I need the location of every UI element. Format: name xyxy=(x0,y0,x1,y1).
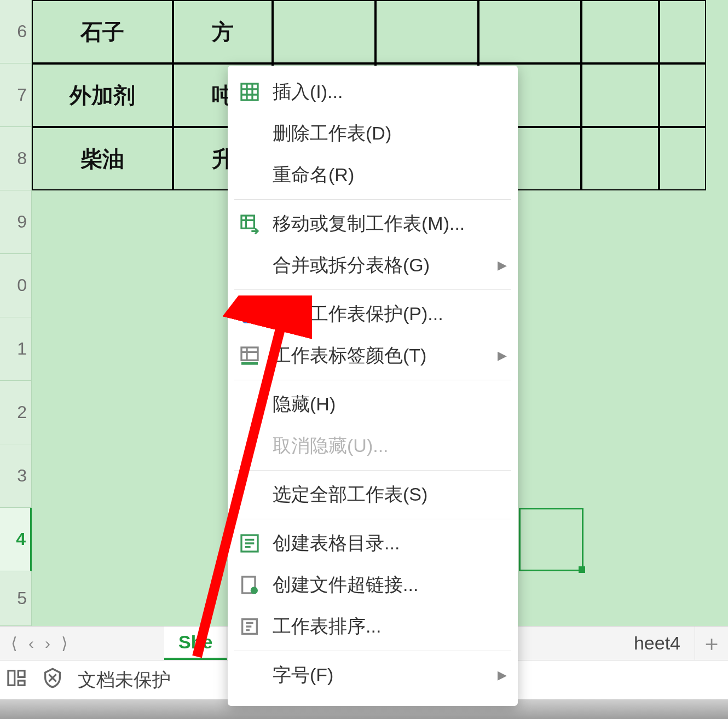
tab-nav-next-icon[interactable]: › xyxy=(45,634,50,653)
cell-f6[interactable] xyxy=(581,0,659,63)
menu-label: 合并或拆分表格(G) xyxy=(273,253,487,278)
menu-delete-sheet[interactable]: 删除工作表(D) xyxy=(228,113,518,154)
menu-move-copy[interactable]: 移动或复制工作表(M)... xyxy=(228,203,518,245)
row-header-10[interactable]: 0 xyxy=(0,254,32,317)
menu-separator xyxy=(234,651,511,651)
cell-d6[interactable] xyxy=(375,0,478,63)
menu-hide[interactable]: 隐藏(H) xyxy=(228,384,518,425)
lock-icon xyxy=(238,302,262,326)
status-text: 文档未保护 xyxy=(78,668,171,693)
menu-tab-color[interactable]: 工作表标签颜色(T) ▶ xyxy=(228,335,518,376)
svg-rect-6 xyxy=(241,347,258,360)
menu-label: 字号(F) xyxy=(273,663,487,688)
cell-f8[interactable] xyxy=(581,127,659,190)
row-header-13[interactable]: 3 xyxy=(0,444,32,508)
table-color-icon xyxy=(238,344,262,368)
blank-icon xyxy=(238,253,262,277)
cell-g6[interactable] xyxy=(659,0,706,63)
cell-a6[interactable]: 石子 xyxy=(32,0,173,63)
svg-rect-1 xyxy=(18,670,25,677)
add-sheet-button[interactable]: ＋ xyxy=(695,627,728,660)
submenu-arrow-icon: ▶ xyxy=(498,349,507,363)
menu-label: 工作表排序... xyxy=(273,614,507,639)
menu-label: 创建文件超链接... xyxy=(273,572,507,598)
svg-rect-7 xyxy=(241,362,258,365)
row-header-6[interactable]: 6 xyxy=(0,0,32,63)
cell-a8[interactable]: 柴油 xyxy=(32,127,173,190)
menu-create-hyperlink[interactable]: 创建文件超链接... xyxy=(228,564,518,606)
sheet-context-menu: 插入(I)... 删除工作表(D) 重命名(R) 移动或复制工作表(M)... … xyxy=(228,66,518,706)
tab-nav-prev-icon[interactable]: ‹ xyxy=(28,634,34,653)
row-header-14[interactable]: 4 xyxy=(0,508,32,571)
row-header-7[interactable]: 7 xyxy=(0,63,32,127)
cell-f7[interactable] xyxy=(581,63,659,127)
menu-separator xyxy=(234,519,511,519)
active-cell[interactable] xyxy=(519,508,583,571)
sort-icon xyxy=(238,614,262,639)
row-header-9[interactable]: 9 xyxy=(0,190,32,254)
table-insert-icon xyxy=(238,80,262,104)
blank-icon xyxy=(238,121,262,146)
shield-icon xyxy=(42,667,63,693)
row-header-8[interactable]: 8 xyxy=(0,127,32,190)
layout-icon[interactable] xyxy=(5,667,27,693)
svg-rect-2 xyxy=(18,681,25,685)
sheet-tab-active[interactable]: She xyxy=(164,627,227,660)
menu-label: 删除工作表(D) xyxy=(273,121,507,146)
menu-label: 工作表标签颜色(T) xyxy=(273,343,487,368)
submenu-arrow-icon: ▶ xyxy=(498,668,507,682)
menu-separator xyxy=(234,380,511,380)
svg-rect-3 xyxy=(241,84,258,100)
menu-font-size[interactable]: 字号(F) ▶ xyxy=(228,654,518,696)
blank-icon xyxy=(238,392,262,416)
file-link-icon xyxy=(238,573,262,597)
menu-merge-split[interactable]: 合并或拆分表格(G) ▶ xyxy=(228,245,518,286)
cell-b6[interactable]: 方 xyxy=(173,0,273,63)
menu-label: 创建表格目录... xyxy=(273,531,507,556)
menu-unhide: 取消隐藏(U)... xyxy=(228,425,518,467)
svg-point-10 xyxy=(251,587,258,594)
sheet-tab-other[interactable]: heet4 xyxy=(620,627,695,660)
cell-g7[interactable] xyxy=(659,63,706,127)
menu-label: 隐藏(H) xyxy=(273,392,507,417)
menu-label: 选定全部工作表(S) xyxy=(273,482,507,507)
row-header-12[interactable]: 2 xyxy=(0,381,32,444)
cell-e6[interactable] xyxy=(478,0,581,63)
row-header-15[interactable]: 5 xyxy=(0,571,32,626)
menu-label: 取消隐藏(U)... xyxy=(273,433,507,459)
tab-nav: ⟨ ‹ › ⟩ xyxy=(0,627,164,660)
tab-nav-first-icon[interactable]: ⟨ xyxy=(11,634,18,653)
cell-a7[interactable]: 外加剂 xyxy=(32,63,173,127)
menu-label: 撤消工作表保护(P)... xyxy=(273,301,507,327)
cell-c6[interactable] xyxy=(273,0,375,63)
menu-separator xyxy=(234,199,511,200)
menu-unprotect-sheet[interactable]: 撤消工作表保护(P)... xyxy=(228,293,518,335)
menu-create-toc[interactable]: 创建表格目录... xyxy=(228,523,518,564)
row-header-11[interactable]: 1 xyxy=(0,317,32,381)
svg-rect-5 xyxy=(243,313,256,322)
menu-label: 重命名(R) xyxy=(273,163,507,188)
cell-g8[interactable] xyxy=(659,127,706,190)
menu-sheet-sort[interactable]: 工作表排序... xyxy=(228,606,518,647)
submenu-arrow-icon: ▶ xyxy=(498,258,507,272)
toc-icon xyxy=(238,531,262,555)
svg-rect-4 xyxy=(241,216,254,228)
tab-nav-last-icon[interactable]: ⟩ xyxy=(61,634,68,653)
table-row: 石子 方 xyxy=(32,0,710,63)
blank-icon xyxy=(238,663,262,687)
blank-icon xyxy=(238,483,262,507)
blank-icon xyxy=(238,163,262,187)
menu-rename[interactable]: 重命名(R) xyxy=(228,154,518,196)
menu-insert[interactable]: 插入(I)... xyxy=(228,71,518,113)
menu-separator xyxy=(234,289,511,290)
menu-select-all-sheets[interactable]: 选定全部工作表(S) xyxy=(228,474,518,515)
table-move-icon xyxy=(238,212,262,236)
menu-separator xyxy=(234,470,511,471)
menu-label: 移动或复制工作表(M)... xyxy=(273,211,507,236)
menu-label: 插入(I)... xyxy=(273,79,507,105)
blank-icon xyxy=(238,434,262,458)
svg-rect-0 xyxy=(8,670,15,685)
